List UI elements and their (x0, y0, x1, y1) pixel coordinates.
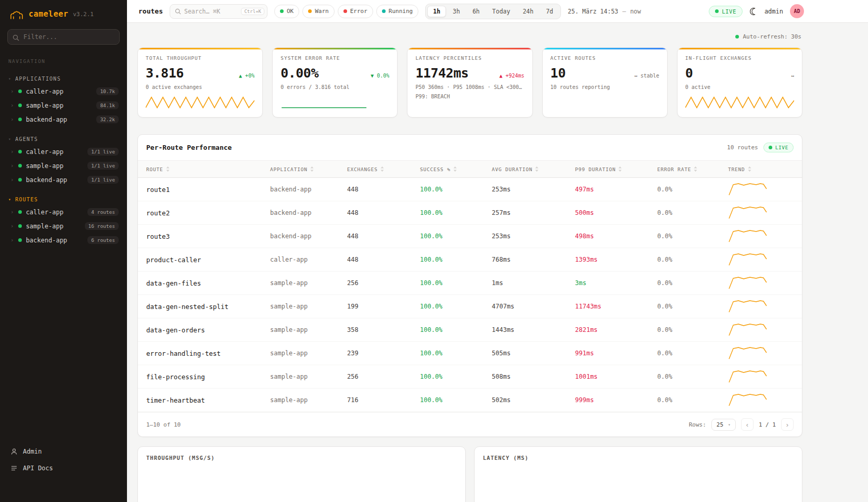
column-header-exchanges[interactable]: EXCHANGES (347, 166, 420, 172)
live-toggle[interactable]: LIVE (709, 6, 743, 17)
status-dot (18, 178, 22, 182)
search-input[interactable] (184, 8, 238, 15)
route-exchanges: 448 (347, 186, 420, 193)
sidebar-item-routes-sample-app[interactable]: › sample-app 16 routes (0, 219, 127, 233)
route-avg-duration: 4707ms (492, 303, 575, 310)
camel-logo-icon (9, 8, 24, 20)
column-header-error-rate[interactable]: ERROR RATE (657, 166, 728, 172)
status-dot (18, 238, 22, 242)
table-row-data-gen-nested-split[interactable]: data-gen-nested-split sample-app 199 100… (138, 295, 802, 318)
column-header-avg-duration[interactable]: AVG DURATION (492, 166, 575, 172)
kpi-in-flight-exchanges: IN-FLIGHT EXCHANGES 0 ↔ 0 active (677, 47, 802, 118)
search-icon (175, 8, 181, 15)
route-error-rate: 0.0% (657, 373, 728, 380)
sort-icon (166, 166, 170, 172)
table-row-route1[interactable]: route1 backend-app 448 100.0% 253ms 497m… (138, 178, 802, 201)
search-shortcut-badge: Ctrl+K (241, 8, 264, 15)
column-header-success[interactable]: SUCCESS % (420, 166, 492, 172)
route-p99-duration: 991ms (575, 350, 657, 357)
per-route-performance-panel: Per-Route Performance 10 routes LIVE ROU… (137, 134, 802, 437)
sort-icon (310, 166, 314, 172)
column-header-route[interactable]: ROUTE (146, 166, 270, 172)
column-header-trend[interactable]: TREND (728, 166, 794, 172)
route-exchanges: 448 (347, 256, 420, 263)
sidebar-item-api-docs[interactable]: API Docs (8, 461, 119, 475)
table-row-route2[interactable]: route2 backend-app 448 100.0% 257ms 500m… (138, 201, 802, 225)
sidebar-item-agents-caller-app[interactable]: › caller-app 1/1 live (0, 145, 127, 159)
filter-chip-ok[interactable]: OK (274, 5, 299, 18)
route-avg-duration: 253ms (492, 233, 575, 240)
status-dot (18, 104, 22, 107)
sidebar-item-applications-caller-app[interactable]: › caller-app 10.7k (0, 84, 127, 98)
time-range-3h[interactable]: 3h (447, 6, 466, 17)
route-name: error-handling-test (146, 350, 270, 357)
route-p99-duration: 999ms (575, 396, 657, 404)
app-logo[interactable]: cameleer v3.2.1 (0, 0, 127, 26)
caret-down-icon: ▾ (8, 76, 11, 81)
sidebar-item-routes-backend-app[interactable]: › backend-app 6 routes (0, 233, 127, 247)
count-badge: 10.7k (96, 87, 119, 95)
datetime-range[interactable]: 25. März 14:53 — now (568, 8, 641, 15)
error-rate-sparkline (280, 93, 367, 111)
section-header-routes[interactable]: ▾ ROUTES (0, 194, 127, 205)
next-page-button[interactable]: › (781, 418, 794, 431)
table-row-file-processing[interactable]: file-processing sample-app 256 100.0% 50… (138, 365, 802, 389)
kpi-subtext: P50 360ms · P95 1008ms · SLA <300ms (415, 84, 524, 90)
route-error-rate: 0.0% (657, 326, 728, 333)
table-row-route3[interactable]: route3 backend-app 448 100.0% 253ms 498m… (138, 225, 802, 248)
time-range-today[interactable]: Today (487, 6, 516, 17)
live-label: LIVE (722, 8, 736, 15)
table-row-data-gen-orders[interactable]: data-gen-orders sample-app 358 100.0% 14… (138, 318, 802, 342)
route-name: route2 (146, 209, 270, 217)
chevron-right-icon: › (10, 148, 14, 155)
rows-per-page-select[interactable]: 25 ▾ (711, 419, 736, 431)
route-exchanges: 448 (347, 233, 420, 240)
filter-chip-error[interactable]: Error (338, 5, 373, 18)
route-success: 100.0% (420, 233, 492, 240)
route-application: backend-app (270, 186, 347, 193)
filter-chip-warn[interactable]: Warn (302, 5, 335, 18)
routes-count-badge: 6 routes (87, 236, 119, 244)
sidebar-item-agents-backend-app[interactable]: › backend-app 1/1 live (0, 173, 127, 187)
time-range-24h[interactable]: 24h (517, 6, 539, 17)
route-application: sample-app (270, 373, 347, 380)
section-header-agents[interactable]: ▾ AGENTS (0, 134, 127, 145)
routes-count-badge: 4 routes (87, 208, 119, 216)
column-header-application[interactable]: APPLICATION (270, 166, 347, 172)
route-trend-sparkline (728, 299, 794, 314)
kpi-label: SYSTEM ERROR RATE (280, 55, 389, 61)
sidebar-item-routes-caller-app[interactable]: › caller-app 4 routes (0, 205, 127, 219)
range-end: now (630, 8, 641, 15)
sidebar-item-admin[interactable]: Admin (8, 445, 119, 458)
section-header-applications[interactable]: ▾ APPLICATIONS (0, 73, 127, 84)
kpi-cards: TOTAL THROUGHPUT 3.816 ▲ +0% 0 active ex… (137, 47, 802, 118)
dark-mode-toggle[interactable] (749, 7, 758, 16)
table-row-product-caller[interactable]: product-caller caller-app 448 100.0% 768… (138, 248, 802, 272)
prev-page-button[interactable]: ‹ (741, 418, 754, 431)
table-row-error-handling-test[interactable]: error-handling-test sample-app 239 100.0… (138, 342, 802, 365)
filter-chip-running[interactable]: Running (376, 5, 418, 18)
route-p99-duration: 1001ms (575, 373, 657, 380)
time-range-1h[interactable]: 1h (427, 6, 446, 17)
route-error-rate: 0.0% (657, 233, 728, 240)
pagination-range: 1–10 of 10 (146, 421, 181, 428)
search-box: Ctrl+K (170, 4, 267, 19)
sidebar-item-agents-sample-app[interactable]: › sample-app 1/1 live (0, 159, 127, 173)
time-range-7d[interactable]: 7d (540, 6, 559, 17)
route-name: data-gen-files (146, 279, 270, 287)
column-header-p99-duration[interactable]: P99 DURATION (575, 166, 657, 172)
filter-input[interactable] (7, 29, 120, 45)
avatar[interactable]: AD (790, 4, 804, 18)
kpi-breach-label: P99: BREACH (415, 94, 524, 99)
table-row-timer-heartbeat[interactable]: timer-heartbeat sample-app 716 100.0% 50… (138, 389, 802, 412)
table-row-data-gen-files[interactable]: data-gen-files sample-app 256 100.0% 1ms… (138, 272, 802, 295)
route-avg-duration: 508ms (492, 373, 575, 380)
route-error-rate: 0.0% (657, 396, 728, 404)
kpi-subtext: 0 errors / 3.816 total (280, 84, 389, 90)
time-range-6h[interactable]: 6h (467, 6, 486, 17)
sidebar-item-applications-backend-app[interactable]: › backend-app 32.2k (0, 112, 127, 126)
route-exchanges: 716 (347, 396, 420, 404)
sidebar-item-applications-sample-app[interactable]: › sample-app 84.1k (0, 98, 127, 112)
route-name: product-caller (146, 256, 270, 264)
kpi-latency-percentiles: LATENCY PERCENTILES 11742ms ▲ +924ms P50… (407, 47, 532, 118)
